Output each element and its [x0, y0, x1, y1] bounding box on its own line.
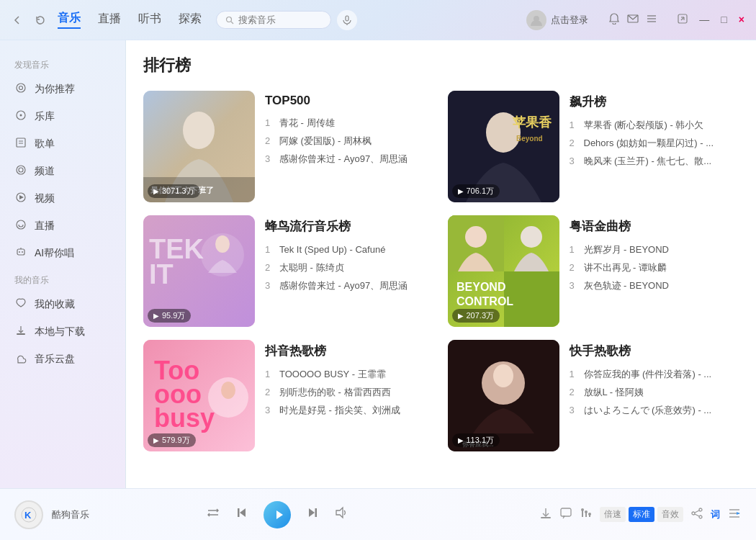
chart-song-kuaishou-2[interactable]: 2 放纵L - 怪阿姨	[570, 386, 739, 399]
svg-point-80	[699, 516, 702, 518]
chart-song-kuaishou-1[interactable]: 1 你答应我的事 (件件没着落) - ...	[570, 368, 739, 381]
svg-point-32	[183, 112, 215, 149]
play-count-cantonese: ▶ 207.3万	[452, 309, 500, 323]
sidebar-item-cloud[interactable]: 音乐云盘	[0, 346, 125, 373]
chart-song-piaosheng-1[interactable]: 1 苹果香 (断心裂颅版) - 韩小欠	[570, 119, 739, 132]
chart-name-douyin[interactable]: 抖音热歌榜	[265, 343, 435, 359]
chart-name-piaosheng[interactable]: 飙升榜	[570, 94, 739, 110]
sidebar-item-video[interactable]: 视频	[0, 185, 125, 212]
lyrics-button[interactable]: 词	[711, 508, 720, 521]
chart-song-fengbird-1[interactable]: 1 Tek It (Sped Up) - Cafuné	[265, 243, 435, 256]
minimize-button[interactable]	[675, 12, 690, 27]
svg-rect-30	[17, 333, 25, 335]
title-bar: 音乐 直播 听书 探索 点击登录	[0, 0, 756, 40]
chart-song-douyin-2[interactable]: 2 别听悲伤的歌 - 格雷西西西	[265, 386, 435, 399]
chart-song-top500-2[interactable]: 2 阿嫁 (爱国版) - 周林枫	[265, 135, 435, 148]
chart-thumb-cantonese[interactable]: BEYOND CONTROL ▶ 207.3万	[448, 215, 559, 327]
chart-song-cantonese-2[interactable]: 2 讲不出再见 - 谭咏麟	[570, 261, 739, 274]
mic-button[interactable]	[337, 10, 357, 30]
play-icon: ▶	[153, 436, 159, 444]
chart-info-fengbird: 蜂鸟流行音乐榜 1 Tek It (Sped Up) - Cafuné 2 太聪…	[265, 215, 435, 298]
svg-point-13	[17, 84, 25, 92]
sidebar-item-library[interactable]: 乐库	[0, 103, 125, 130]
prev-button[interactable]	[235, 505, 249, 523]
share-button[interactable]	[690, 507, 703, 523]
next-button[interactable]	[305, 505, 320, 523]
chart-song-top500-1[interactable]: 1 青花 - 周传雄	[265, 117, 435, 130]
chart-card-fengbird: TEK IT ▶ 95.9万 蜂鸟流行音乐榜	[143, 215, 435, 327]
refresh-button[interactable]	[32, 12, 49, 29]
nav-audiobook[interactable]: 听书	[138, 12, 161, 28]
chart-card-cantonese: BEYOND CONTROL ▶ 207.3万 粤语金曲榜 1 光辉岁月 - B…	[448, 215, 739, 327]
sidebar-item-playlist[interactable]: 歌单	[0, 130, 125, 158]
svg-point-20	[17, 166, 25, 174]
main-layout: 发现音乐 为你推荐 乐库 歌单 频道	[0, 40, 756, 488]
chart-name-top500[interactable]: TOP500	[265, 94, 435, 108]
playlist-icon	[14, 137, 27, 151]
sidebar-label-favorites: 我的收藏	[35, 298, 75, 311]
sidebar-item-favorites[interactable]: 我的收藏	[0, 291, 125, 318]
user-login-area[interactable]: 点击登录	[526, 10, 588, 30]
chart-thumb-top500[interactable]: 最佳打工人下班了 ▶ 3071.3万	[143, 91, 255, 202]
chart-thumb-douyin[interactable]: Too ooo busy ▶ 579.9万	[143, 340, 255, 451]
chart-name-cantonese[interactable]: 粤语金曲榜	[570, 218, 739, 235]
svg-point-43	[215, 235, 230, 253]
equalizer-button[interactable]	[580, 507, 593, 523]
play-icon: ▶	[153, 312, 159, 320]
chart-name-kuaishou[interactable]: 快手热歌榜	[570, 343, 739, 359]
comment-button[interactable]	[559, 507, 572, 523]
speed-option-effect[interactable]: 音效	[657, 507, 683, 522]
bell-icon[interactable]	[608, 13, 620, 27]
volume-button[interactable]	[334, 505, 348, 523]
chart-thumb-piaosheng[interactable]: 苹果香 Beyond ▶ 706.1万	[448, 91, 559, 202]
recommend-icon	[14, 82, 27, 96]
bottom-player: K 酷狗音乐 倍速 标准 音效	[0, 488, 756, 540]
chart-song-cantonese-1[interactable]: 1 光辉岁月 - BEYOND	[570, 243, 739, 256]
chart-song-fengbird-2[interactable]: 2 太聪明 - 陈绮贞	[265, 261, 435, 274]
live-icon	[14, 219, 27, 233]
menu-icon[interactable]	[646, 13, 657, 27]
chart-song-kuaishou-3[interactable]: 3 はいよろこんで (乐意效劳) - ...	[570, 404, 739, 417]
svg-marker-66	[309, 508, 315, 517]
chart-song-douyin-1[interactable]: 1 TOOOOO BUSY - 王霏霏	[265, 368, 435, 381]
sidebar-item-channel[interactable]: 频道	[0, 158, 125, 185]
chart-thumb-fengbird[interactable]: TEK IT ▶ 95.9万	[143, 215, 255, 327]
titlebar-minimize[interactable]: —	[696, 12, 712, 27]
repeat-button[interactable]	[206, 505, 220, 523]
nav-live[interactable]: 直播	[98, 12, 121, 28]
play-count-kuaishou: ▶ 113.1万	[452, 433, 500, 447]
playlist-button[interactable]	[727, 506, 742, 523]
close-button[interactable]: ×	[736, 12, 747, 27]
chart-name-fengbird[interactable]: 蜂鸟流行音乐榜	[265, 218, 435, 235]
nav-music[interactable]: 音乐	[58, 11, 81, 29]
chart-song-fengbird-3[interactable]: 3 感谢你曾来过 - Ayo97、周思涵	[265, 279, 435, 292]
svg-point-56	[221, 382, 235, 399]
sidebar-section-my-music: 我的音乐	[0, 270, 125, 291]
search-input[interactable]	[238, 14, 310, 25]
sidebar-item-recommend[interactable]: 为你推荐	[0, 76, 125, 103]
chart-song-cantonese-3[interactable]: 3 灰色轨迹 - BEYOND	[570, 279, 739, 292]
back-button[interactable]	[9, 12, 26, 29]
speed-option-fast[interactable]: 倍速	[600, 507, 626, 522]
download-button[interactable]	[539, 507, 552, 523]
svg-point-26	[19, 251, 20, 253]
titlebar-restore[interactable]: □	[718, 12, 729, 27]
chart-song-top500-3[interactable]: 3 感谢你曾来过 - Ayo97、周思涵	[265, 153, 435, 166]
svg-point-78	[699, 508, 702, 511]
chart-song-douyin-3[interactable]: 3 时光是好晃 - 指尖笑、刘洲成	[265, 404, 435, 417]
search-bar[interactable]	[216, 11, 331, 29]
chart-info-kuaishou: 快手热歌榜 1 你答应我的事 (件件没着落) - ... 2 放纵L - 怪阿姨…	[570, 340, 739, 423]
sidebar-item-local[interactable]: 本地与下载	[0, 318, 125, 346]
sidebar-item-live[interactable]: 直播	[0, 212, 125, 240]
nav-explore[interactable]: 探索	[179, 12, 202, 28]
sidebar-label-playlist: 歌单	[35, 138, 55, 150]
sidebar-item-ai[interactable]: AI帮你唱	[0, 240, 125, 267]
play-button[interactable]	[264, 501, 291, 528]
speed-option-normal[interactable]: 标准	[629, 507, 654, 522]
chart-thumb-kuaishou[interactable]: 你答应我... ▶ 113.1万	[448, 340, 559, 451]
chart-song-piaosheng-3[interactable]: 3 晚风来 (玉兰开) - 焦七七、散...	[570, 155, 739, 168]
play-count-top500: ▶ 3071.3万	[148, 184, 200, 198]
chart-song-piaosheng-2[interactable]: 2 Dehors (如妨如一颗星闪过) - ...	[570, 137, 739, 150]
svg-rect-2	[346, 16, 348, 21]
mail-icon[interactable]	[627, 13, 639, 27]
